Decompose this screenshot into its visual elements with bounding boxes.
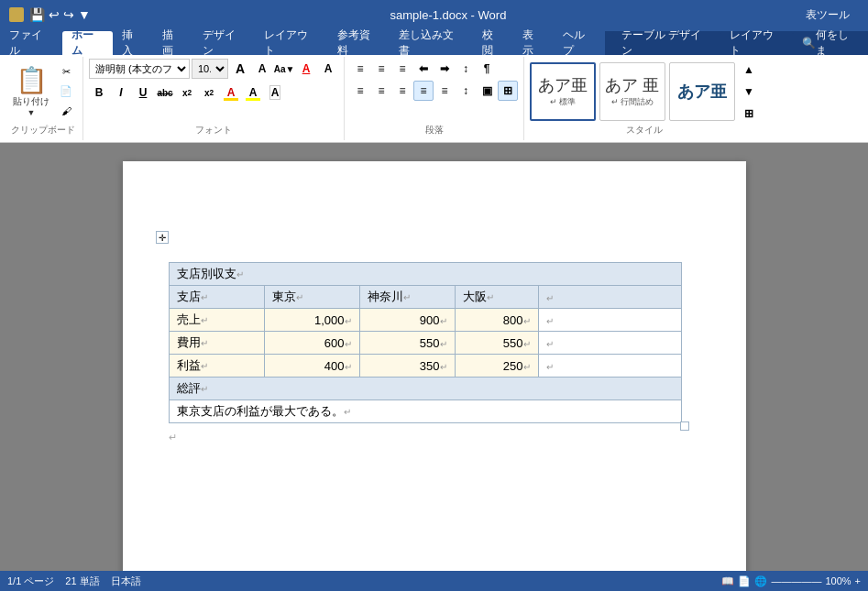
tab-draw[interactable]: 描画 [153,31,193,55]
styles-expand[interactable]: ⊞ [739,104,759,124]
multilevel-list-button[interactable]: ≡ [392,59,412,79]
table-row: 売上↵ 1,000↵ 900↵ 800↵ ↵ [169,309,681,332]
tab-review[interactable]: 校閲 [473,31,513,55]
label-cell-sales: 売上↵ [169,309,264,332]
view-web-button[interactable]: 🌐 [754,575,767,587]
table-title-cell: 支店別収支↵ [169,263,681,286]
after-table-paragraph: ↵ [169,432,700,443]
highlight-button[interactable]: A [243,82,263,103]
font-size-increase-button[interactable]: A [230,59,250,79]
label-cell-profit: 利益↵ [169,355,264,378]
text-color-quick-button[interactable]: A [318,59,338,79]
header-cell-osaka: 大阪↵ [455,286,538,309]
font-size-select[interactable]: 10.5 [192,59,228,79]
customize-qat-button[interactable]: ▼ [78,7,91,22]
table-move-handle[interactable]: ✛ [156,231,169,244]
table-row: 利益↵ 400↵ 350↵ 250↵ ↵ [169,355,681,378]
data-cell-profit-empty: ↵ [538,355,681,378]
data-cell-profit-kanagawa: 350↵ [359,355,455,378]
italic-button[interactable]: I [111,82,131,103]
tab-layout[interactable]: レイアウト [255,31,327,55]
borders-button[interactable]: ⊞ [498,81,518,101]
styles-scroll-up[interactable]: ▲ [739,60,759,80]
change-case-button[interactable]: Aa▼ [274,59,294,79]
data-cell-cost-tokyo: 600↵ [264,332,359,355]
save-button[interactable]: 💾 [29,7,45,22]
paragraph-group: ≡ ≡ ≡ ⬅ ➡ ↕ ¶ ≡ ≡ ≡ ≡ ≡ ↕ ▣ ⊞ 段落 [345,57,524,140]
style-standard[interactable]: あア亜 ↵ 標準 [530,62,596,121]
status-bar: 1/1 ページ 21 単語 日本語 📖 📄 🌐 ————— 100% + [0,571,868,591]
align-right-button[interactable]: ≡ [392,81,412,101]
title-bar: 💾 ↩ ↪ ▼ sample-1.docx - Word 表ツール [0,0,868,29]
shading-font-button[interactable]: A [265,82,285,103]
tab-insert[interactable]: 挿入 [113,31,153,55]
font-content: 游明朝 (本文のフ... 10.5 A A Aa▼ A A B I U abc … [89,59,338,124]
tab-mailings[interactable]: 差し込み文書 [390,31,473,55]
copy-button[interactable]: 📄 [55,82,77,101]
font-row2: B I U abc x2 x2 A A A [89,82,285,103]
document-area: ✛ 支店別収支↵ 支店↵ 東京↵ 神奈川↵ [0,143,868,571]
data-cell-cost-kanagawa: 550↵ [359,332,455,355]
underline-button[interactable]: U [133,82,153,103]
decrease-indent-button[interactable]: ⬅ [413,59,434,79]
format-painter-button[interactable]: 🖌 [55,102,77,120]
align-left-button[interactable]: ≡ [350,81,370,101]
tab-help[interactable]: ヘルプ [554,31,605,55]
header-cell-tokyo: 東京↵ [264,286,359,309]
font-name-select[interactable]: 游明朝 (本文のフ... [89,59,190,79]
strikethrough-button[interactable]: abc [155,82,175,103]
clipboard-label: クリップボード [9,124,77,138]
bullets-button[interactable]: ≡ [350,59,370,79]
view-print-button[interactable]: 📄 [738,575,751,587]
font-label: フォント [89,124,338,138]
style-compact[interactable]: あア 亜 ↵ 行間詰め [599,62,665,121]
status-right: 📖 📄 🌐 ————— 100% + [721,575,861,587]
align-center-button[interactable]: ≡ [371,81,391,101]
subscript-button[interactable]: x2 [177,82,197,103]
redo-button[interactable]: ↪ [63,7,74,22]
clear-format-button[interactable]: A [296,59,316,79]
increase-indent-button[interactable]: ➡ [434,59,455,79]
summary-text-cell: 東京支店の利益が最大である。↵ [169,400,681,423]
table-wrapper: ✛ 支店別収支↵ 支店↵ 東京↵ 神奈川↵ [169,244,682,423]
tab-table-design[interactable]: テーブル デザイン [612,31,720,55]
document-page[interactable]: ✛ 支店別収支↵ 支店↵ 東京↵ 神奈川↵ [123,161,746,571]
tab-home[interactable]: ホーム [62,31,114,55]
style-heading1[interactable]: あア亜 [669,62,735,121]
para-row2: ≡ ≡ ≡ ≡ ≡ ↕ ▣ ⊞ [350,81,518,101]
justify-button[interactable]: ≡ [413,81,434,101]
table-row: 支店↵ 東京↵ 神奈川↵ 大阪↵ ↵ [169,286,681,309]
tab-view[interactable]: 表示 [513,31,554,55]
tab-file[interactable]: ファイル [0,31,62,55]
header-cell-branch: 支店↵ [169,286,264,309]
view-read-button[interactable]: 📖 [721,575,734,587]
summary-header-cell: 総評↵ [169,378,681,400]
undo-button[interactable]: ↩ [49,7,60,22]
word-count: 21 単語 [65,575,99,588]
table-row: 費用↵ 600↵ 550↵ 550↵ ↵ [169,332,681,355]
table-resize-handle[interactable] [680,421,689,431]
paragraph-label: 段落 [350,124,518,138]
sort-button[interactable]: ↕ [456,59,476,79]
tab-design[interactable]: デザイン [193,31,256,55]
line-spacing-button[interactable]: ↕ [456,81,476,101]
zoom-slider[interactable]: ————— 100% + [771,575,861,586]
cut-button[interactable]: ✂ [55,63,77,82]
shading-para-button[interactable]: ▣ [477,81,497,101]
search-whatisthis[interactable]: 🔍 何をしま [793,31,868,55]
tab-references[interactable]: 参考資料 [328,31,390,55]
show-marks-button[interactable]: ¶ [477,59,497,79]
label-cell-cost: 費用↵ [169,332,264,355]
superscript-button[interactable]: x2 [199,82,219,103]
bold-button[interactable]: B [89,82,109,103]
numbering-button[interactable]: ≡ [371,59,391,79]
font-size-decrease-button[interactable]: A [252,59,272,79]
font-color-button[interactable]: A [221,82,241,103]
columns-button[interactable]: ≡ [434,81,455,101]
data-cell-sales-kanagawa: 900↵ [359,309,455,332]
data-cell-sales-tokyo: 1,000↵ [264,309,359,332]
paste-button[interactable]: 📋 貼り付け ▼ [9,62,53,121]
styles-scroll-down[interactable]: ▼ [739,82,759,102]
page-info: 1/1 ページ [7,575,54,588]
tab-table-layout[interactable]: レイアウト [720,31,793,55]
